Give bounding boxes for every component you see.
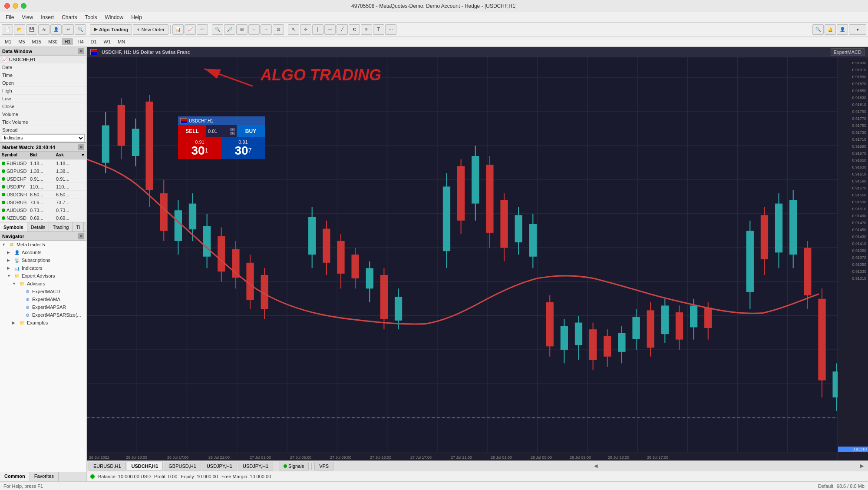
scroll-left[interactable]: ←	[248, 24, 260, 35]
text-tool[interactable]: T	[373, 24, 384, 35]
time-label-6: 27 Jul 09:00	[330, 455, 351, 460]
tf-d1[interactable]: D1	[88, 38, 99, 45]
tf-h1[interactable]: H1	[62, 38, 73, 45]
tf-w1[interactable]: W1	[101, 38, 114, 45]
mw-tab-details[interactable]: Details	[27, 222, 50, 232]
nav-expertmapsarsize[interactable]: ⚙ ExpertMAPSARSize(...	[0, 311, 86, 319]
data-window-close[interactable]: ✕	[78, 48, 84, 54]
menu-view[interactable]: View	[18, 13, 36, 21]
new-order-button[interactable]: + New Order	[133, 24, 168, 35]
period-sep[interactable]: ⊡	[273, 24, 284, 35]
open-btn[interactable]: 📂	[14, 24, 25, 35]
tf-m1[interactable]: M1	[2, 38, 14, 45]
search-btn[interactable]: 🔍	[812, 24, 824, 35]
mw-tab-trading[interactable]: Trading	[49, 222, 73, 232]
menu-window[interactable]: Window	[102, 13, 127, 21]
tab-gbpusd-h1[interactable]: GBPUSD,H1	[164, 462, 201, 470]
mw-row-nzdusd[interactable]: NZDUSD 0.69... 0.69...	[0, 214, 86, 222]
notification-btn[interactable]: 🔔	[825, 24, 836, 35]
new-chart-btn[interactable]: 📄	[2, 24, 13, 35]
tf-m30[interactable]: M30	[46, 38, 60, 45]
tf-m5[interactable]: M5	[16, 38, 27, 45]
usdjpy-bid: 110....	[28, 184, 54, 189]
tf-mn[interactable]: MN	[115, 38, 128, 45]
cursor-tool[interactable]: ↖	[288, 24, 299, 35]
market-watch-close[interactable]: ✕	[78, 144, 84, 150]
nav-advisors[interactable]: ▼ 📁 Advisors	[0, 280, 86, 288]
mw-row-gbpusd[interactable]: GBPUSD 1.38... 1.38...	[0, 167, 86, 175]
minimize-button[interactable]	[13, 3, 18, 9]
nav-metatrader5[interactable]: ▼ 🖥 MetaTrader 5	[0, 241, 86, 248]
mw-tab-symbols[interactable]: Symbols	[0, 222, 27, 232]
more-tool[interactable]: ⋯	[385, 24, 396, 35]
tab-scroll-left[interactable]: ◀	[591, 462, 600, 470]
chart-type-3[interactable]: 〰	[197, 24, 208, 35]
tp-buy-button[interactable]: BUY	[237, 125, 265, 137]
menu-tools[interactable]: Tools	[82, 13, 101, 21]
mw-row-usdrub[interactable]: USDRUB 73.6... 73.7...	[0, 199, 86, 206]
hline-tool[interactable]: —	[324, 24, 336, 35]
tp-lot-up[interactable]: ▲	[230, 128, 235, 131]
nav-expertmapsar[interactable]: ⚙ ExpertMAPSAR	[0, 303, 86, 311]
tf-m15[interactable]: M15	[30, 38, 44, 45]
zoom-in[interactable]: 🔍	[212, 24, 223, 35]
line-tool[interactable]: |	[312, 24, 323, 35]
connection-btn[interactable]: ●	[849, 24, 866, 35]
nav-expertmacd[interactable]: ⚙ ExpertMACD	[0, 288, 86, 295]
menu-charts[interactable]: Charts	[58, 13, 80, 21]
crosshair-tool[interactable]: ✛	[300, 24, 311, 35]
mw-tab-tick[interactable]: Ti	[73, 222, 84, 232]
mw-row-usdcnh[interactable]: USDCNH 6.50... 6.50...	[0, 191, 86, 199]
scroll-right[interactable]: →	[261, 24, 272, 35]
menu-file[interactable]: File	[2, 13, 17, 21]
data-dropdown-row: Indicators	[0, 134, 86, 142]
nzdusd-symbol: NZDUSD	[7, 215, 26, 221]
chart-main[interactable]: USDCHF,H1 SELL 0.01 ▲ ▼	[87, 57, 838, 460]
nav-tab-favorites[interactable]: Favorites	[30, 472, 59, 481]
mw-row-usdjpy[interactable]: USDJPY 110.... 110....	[0, 183, 86, 191]
menu-help[interactable]: Help	[128, 13, 145, 21]
undo-btn[interactable]: ↩	[63, 24, 74, 35]
tab-usdjpy-h1[interactable]: USDJPY,H1	[202, 462, 237, 470]
mw-row-eurusd[interactable]: EURUSD 1.18... 1.18...	[0, 159, 86, 167]
tab-usdchf-h1[interactable]: USDCHF,H1	[127, 462, 163, 470]
nav-accounts[interactable]: ▶ 👤 Accounts	[0, 248, 86, 256]
tab-scroll-right[interactable]: ▶	[858, 462, 866, 470]
nav-expert-advisors[interactable]: ▼ 📁 Expert Advisors	[0, 272, 86, 280]
algo-trading-button[interactable]: ▶ Algo Trading	[90, 24, 132, 35]
fib-tool[interactable]: ≡	[361, 24, 372, 35]
trendline-tool[interactable]: ╱	[337, 24, 348, 35]
nav-tab-common[interactable]: Common	[0, 472, 30, 481]
zoom-out[interactable]: 🔎	[224, 24, 235, 35]
save-btn[interactable]: 💾	[26, 24, 37, 35]
chart-type-2[interactable]: 📈	[185, 24, 196, 35]
close-button[interactable]	[4, 3, 10, 9]
data-dropdown[interactable]: Indicators	[2, 134, 85, 142]
tab-signals[interactable]: Signals	[279, 462, 309, 470]
maximize-button[interactable]	[21, 3, 26, 9]
account-btn[interactable]: 👤	[837, 24, 848, 35]
nav-indicators[interactable]: ▶ 📊 Indicators	[0, 264, 86, 272]
profile-btn[interactable]: 👤	[50, 24, 62, 35]
mw-row-usdchf[interactable]: USDCHF 0.91... 0.91...	[0, 175, 86, 183]
market-watch: Market Watch: 20:40:44 ✕ Symbol Bid Ask …	[0, 143, 86, 232]
fit-chart[interactable]: ⊞	[236, 24, 248, 35]
navigator-close[interactable]: ✕	[78, 233, 84, 239]
tab-usdjpy-h1-2[interactable]: USDJPY,H1	[238, 462, 273, 470]
gbpusd-ask: 1.38...	[54, 169, 80, 174]
nav-expertmama[interactable]: ⚙ ExpertMAMA	[0, 295, 86, 303]
tab-eurusd-h1[interactable]: EURUSD,H1	[89, 462, 126, 470]
chart-type-1[interactable]: 📊	[172, 24, 184, 35]
tab-vps[interactable]: VPS	[314, 462, 333, 470]
tp-lot-down[interactable]: ▼	[230, 132, 235, 135]
nav-examples[interactable]: ▶ 📁 Examples	[0, 319, 86, 327]
tp-sell-button[interactable]: SELL	[178, 125, 206, 137]
channel-tool[interactable]: ⑆	[349, 24, 360, 35]
tf-h4[interactable]: H4	[75, 38, 86, 45]
redo-btn[interactable]: 🔍	[75, 24, 86, 35]
mw-sort-icon[interactable]: ▼	[80, 152, 86, 159]
print-btn[interactable]: 🖨	[38, 24, 50, 35]
menu-insert[interactable]: Insert	[37, 13, 57, 21]
nav-subscriptions[interactable]: ▶ 📡 Subscriptions	[0, 256, 86, 264]
mw-row-audusd[interactable]: AUDUSD 0.73... 0.73...	[0, 206, 86, 214]
